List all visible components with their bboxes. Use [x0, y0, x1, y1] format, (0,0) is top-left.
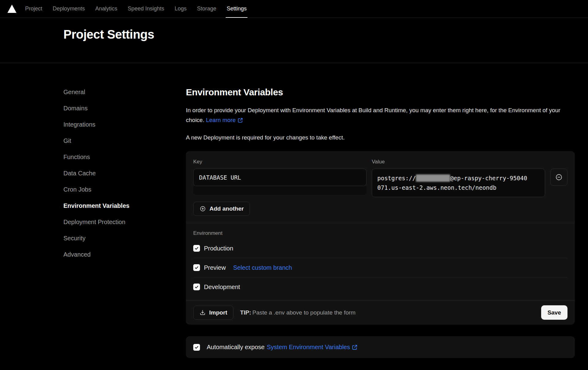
- import-label: Import: [209, 309, 227, 316]
- sidebar-item-advanced[interactable]: Advanced: [63, 251, 91, 258]
- nav-tab-settings[interactable]: Settings: [227, 0, 247, 17]
- settings-sidebar: General Domains Integrations Git Functio…: [63, 87, 186, 358]
- add-another-button[interactable]: Add another: [193, 202, 250, 216]
- nav-tab-speed-insights[interactable]: Speed Insights: [128, 0, 164, 17]
- page-header: Project Settings: [0, 18, 588, 63]
- remove-row-button[interactable]: [550, 169, 567, 186]
- content: General Domains Integrations Git Functio…: [0, 63, 588, 358]
- download-icon: [199, 309, 206, 316]
- main-panel: Environment Variables In order to provid…: [186, 87, 575, 358]
- value-column: Value postgres://@ep-raspy-cherry-95040 …: [372, 158, 545, 197]
- production-label: Production: [204, 245, 233, 252]
- env-vars-card: Key Value postgres://@ep-raspy-cherry-95…: [186, 151, 575, 325]
- key-column: Key: [193, 158, 367, 197]
- learn-more-label: Learn more: [206, 117, 236, 123]
- top-nav: Project Deployments Analytics Speed Insi…: [0, 0, 588, 18]
- nav-tab-logs[interactable]: Logs: [175, 0, 187, 17]
- environment-row-production: Production: [193, 239, 567, 258]
- external-link-icon: [238, 118, 243, 123]
- production-checkbox[interactable]: [193, 245, 200, 252]
- value-prefix: postgres://: [377, 175, 416, 181]
- check-icon: [194, 265, 199, 270]
- nav-tab-project[interactable]: Project: [25, 0, 42, 17]
- nav-tab-analytics[interactable]: Analytics: [95, 0, 117, 17]
- nav-tab-deployments[interactable]: Deployments: [53, 0, 85, 17]
- page-title: Project Settings: [63, 27, 588, 42]
- sidebar-item-domains[interactable]: Domains: [63, 105, 88, 112]
- preview-label: Preview: [204, 264, 226, 271]
- learn-more-link[interactable]: Learn more: [206, 117, 243, 123]
- tip-body: Paste a .env above to populate the form: [252, 309, 356, 316]
- environment-row-development: Development: [193, 277, 567, 296]
- sidebar-item-integrations[interactable]: Integrations: [63, 121, 96, 128]
- key-value-row: Key Value postgres://@ep-raspy-cherry-95…: [193, 158, 567, 197]
- sidebar-item-data-cache[interactable]: Data Cache: [63, 170, 96, 177]
- sidebar-item-functions[interactable]: Functions: [63, 154, 90, 161]
- value-line2: 071.us-east-2.aws.neon.tech/neondb: [377, 183, 540, 193]
- system-env-text: Automatically expose: [207, 344, 265, 351]
- development-checkbox[interactable]: [193, 284, 200, 290]
- sidebar-item-security[interactable]: Security: [63, 235, 85, 242]
- development-label: Development: [204, 284, 240, 291]
- environment-label: Environment: [193, 230, 567, 236]
- sidebar-item-general[interactable]: General: [63, 89, 85, 96]
- minus-circle-icon: [555, 173, 563, 181]
- system-env-link[interactable]: System Environment Variables: [267, 344, 357, 351]
- environment-row-preview: Preview Select custom branch: [193, 258, 567, 277]
- deployment-note: A new Deployment is required for your ch…: [186, 134, 575, 141]
- system-env-link-label: System Environment Variables: [267, 344, 350, 350]
- sidebar-item-cron-jobs[interactable]: Cron Jobs: [63, 186, 91, 193]
- tip-prefix: TIP:: [240, 309, 251, 316]
- preview-checkbox[interactable]: [193, 264, 200, 271]
- nav-tabs: Project Deployments Analytics Speed Insi…: [25, 0, 247, 17]
- key-input-shadow: [193, 186, 367, 195]
- value-input[interactable]: postgres://@ep-raspy-cherry-95040 071.us…: [372, 169, 545, 197]
- check-icon: [194, 246, 199, 250]
- system-env-card: Automatically expose System Environment …: [186, 336, 575, 358]
- save-button[interactable]: Save: [541, 305, 567, 320]
- external-link-icon: [352, 345, 357, 350]
- card-footer: Import TIP:Paste a .env above to populat…: [186, 300, 575, 325]
- add-another-label: Add another: [209, 205, 244, 212]
- import-button[interactable]: Import: [193, 306, 233, 320]
- select-custom-branch-link[interactable]: Select custom branch: [233, 264, 292, 271]
- sidebar-item-deployment-protection[interactable]: Deployment Protection: [63, 219, 125, 226]
- value-label: Value: [372, 158, 545, 165]
- check-icon: [194, 285, 199, 289]
- nav-tab-storage[interactable]: Storage: [197, 0, 216, 17]
- tip-text: TIP:Paste a .env above to populate the f…: [240, 309, 356, 316]
- plus-circle-icon: [199, 205, 206, 212]
- key-input[interactable]: [193, 169, 367, 186]
- vercel-logo-icon[interactable]: [7, 5, 17, 13]
- environment-section: Environment Production Preview Select cu…: [193, 223, 567, 296]
- remove-column: [550, 158, 567, 197]
- system-env-checkbox[interactable]: [193, 344, 200, 351]
- redacted-secret: [416, 174, 450, 182]
- check-icon: [194, 345, 199, 349]
- section-description: In order to provide your Deployment with…: [186, 105, 567, 125]
- value-host: @ep-raspy-cherry-95040: [450, 175, 527, 181]
- section-title: Environment Variables: [186, 87, 575, 97]
- sidebar-item-git[interactable]: Git: [63, 137, 71, 144]
- sidebar-item-environment-variables[interactable]: Environment Variables: [63, 202, 130, 209]
- key-label: Key: [193, 158, 367, 165]
